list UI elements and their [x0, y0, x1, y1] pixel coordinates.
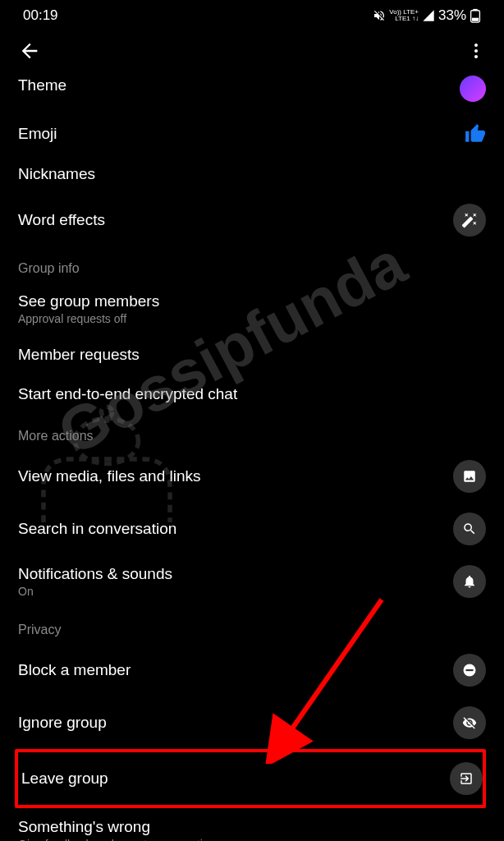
something-wrong-label: Something's wrong — [18, 818, 215, 836]
theme-swatch-icon — [460, 76, 486, 102]
header-bar — [0, 31, 504, 74]
word-effects-label: Word effects — [18, 211, 105, 229]
svg-point-4 — [474, 49, 478, 53]
mute-icon — [373, 9, 386, 22]
nicknames-item[interactable]: Nicknames — [18, 154, 486, 194]
block-member-item[interactable]: Block a member — [18, 644, 486, 696]
approval-sublabel: Approval requests off — [18, 312, 159, 325]
leave-group-label: Leave group — [21, 770, 108, 788]
see-members-label: See group members — [18, 292, 159, 310]
ignore-group-label: Ignore group — [18, 714, 107, 732]
something-wrong-item[interactable]: Something's wrong Give feedback and repo… — [18, 808, 486, 841]
signal-icon — [422, 9, 435, 22]
bell-icon — [453, 565, 486, 598]
feedback-sublabel: Give feedback and report conversation — [18, 838, 215, 841]
status-bar: 00:19 Vo)) LTE+ LTE1 ↑↓ 33% — [0, 0, 504, 31]
search-conv-label: Search in conversation — [18, 520, 176, 538]
battery-percentage: 33% — [438, 7, 466, 24]
svg-point-3 — [474, 44, 478, 47]
encrypted-chat-item[interactable]: Start end-to-end encrypted chat — [18, 375, 486, 414]
search-conversation-item[interactable]: Search in conversation — [18, 503, 486, 555]
status-time: 00:19 — [23, 7, 58, 24]
view-media-label: View media, files and links — [18, 467, 200, 485]
theme-item[interactable]: Theme — [18, 74, 486, 113]
svg-rect-2 — [472, 18, 479, 21]
svg-rect-1 — [473, 9, 477, 11]
more-actions-section: More actions — [18, 414, 486, 450]
search-icon — [453, 512, 486, 545]
hide-icon — [453, 706, 486, 739]
emoji-label: Emoji — [18, 125, 57, 143]
back-button[interactable] — [18, 39, 41, 66]
block-member-label: Block a member — [18, 661, 131, 679]
view-media-item[interactable]: View media, files and links — [18, 450, 486, 503]
word-effects-item[interactable]: Word effects — [18, 194, 486, 246]
emoji-item[interactable]: Emoji — [18, 113, 486, 154]
image-icon — [453, 460, 486, 493]
theme-label: Theme — [18, 76, 66, 94]
see-members-item[interactable]: See group members Approval requests off — [18, 283, 486, 335]
encrypted-chat-label: Start end-to-end encrypted chat — [18, 385, 237, 403]
battery-icon — [470, 8, 481, 23]
privacy-section: Privacy — [18, 608, 486, 644]
status-icons: Vo)) LTE+ LTE1 ↑↓ 33% — [373, 7, 481, 24]
group-info-section: Group info — [18, 246, 486, 283]
svg-rect-7 — [466, 669, 474, 671]
thumb-up-icon — [465, 123, 486, 145]
notifications-label: Notifications & sounds — [18, 565, 172, 583]
member-requests-label: Member requests — [18, 346, 140, 364]
nicknames-label: Nicknames — [18, 165, 95, 183]
leave-group-item[interactable]: Leave group — [15, 749, 486, 808]
notifications-item[interactable]: Notifications & sounds On — [18, 555, 486, 608]
member-requests-item[interactable]: Member requests — [18, 335, 486, 375]
block-icon — [453, 654, 486, 687]
magic-wand-icon — [453, 204, 486, 237]
svg-point-5 — [474, 55, 478, 58]
more-menu[interactable] — [466, 41, 486, 64]
notifications-sublabel: On — [18, 585, 172, 598]
ignore-group-item[interactable]: Ignore group — [18, 696, 486, 749]
exit-icon — [450, 762, 483, 795]
